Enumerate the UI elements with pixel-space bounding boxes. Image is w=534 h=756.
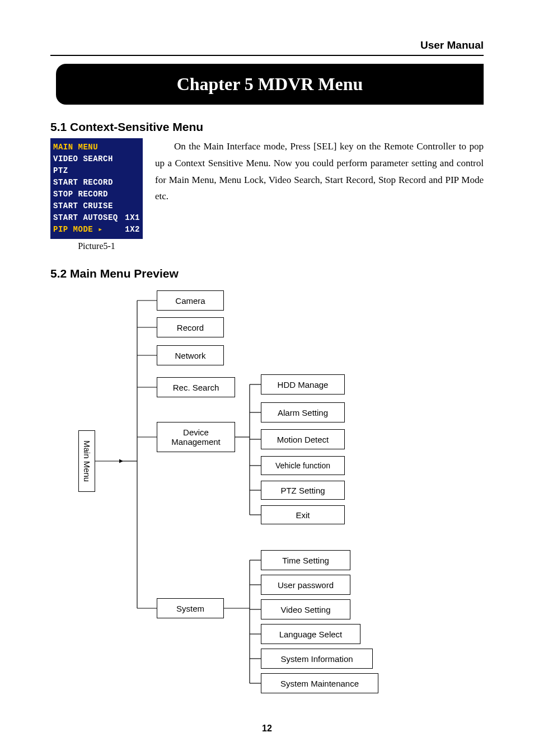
node-alarm-setting: Alarm Setting bbox=[261, 402, 345, 422]
context-menu-item: START AUTOSEQ1X1 bbox=[53, 212, 140, 224]
node-video-setting: Video Setting bbox=[261, 599, 350, 619]
context-menu-screenshot: MAIN MENUVIDEO SEARCHPTZSTART RECORDSTOP… bbox=[50, 138, 143, 239]
node-system: System bbox=[157, 598, 224, 618]
node-ptz-setting: PTZ Setting bbox=[261, 481, 345, 500]
page-number: 12 bbox=[0, 724, 534, 734]
chapter-title-banner: Chapter 5 MDVR Menu bbox=[56, 64, 484, 105]
node-user-password: User password bbox=[261, 575, 350, 595]
node-main-menu: Main Menu bbox=[78, 430, 95, 492]
section-5-2-heading: 5.2 Main Menu Preview bbox=[50, 267, 484, 280]
node-record: Record bbox=[157, 317, 224, 337]
node-rec-search: Rec. Search bbox=[157, 377, 235, 397]
context-menu-item: START CRUISE bbox=[53, 200, 140, 212]
doc-header: User Manual bbox=[50, 39, 484, 56]
node-network: Network bbox=[157, 345, 224, 365]
node-exit: Exit bbox=[261, 505, 345, 524]
context-menu-item: PTZ bbox=[53, 165, 140, 177]
node-vehicle-function: Vehicle function bbox=[261, 456, 345, 475]
section-5-1-heading: 5.1 Context-Sensitive Menu bbox=[50, 120, 484, 134]
context-menu-item: STOP RECORD bbox=[53, 189, 140, 200]
context-menu-item: START RECORD bbox=[53, 177, 140, 189]
node-device-management: Device Management bbox=[157, 422, 235, 452]
context-menu-item: VIDEO SEARCH bbox=[53, 153, 140, 165]
context-menu-item: MAIN MENU bbox=[53, 142, 140, 153]
node-time-setting: Time Setting bbox=[261, 550, 350, 570]
node-system-information: System Information bbox=[261, 649, 373, 669]
menu-tree-diagram: Main Menu Camera Record Network Rec. Sea… bbox=[50, 285, 484, 693]
node-camera: Camera bbox=[157, 290, 224, 311]
node-motion-detect: Motion Detect bbox=[261, 429, 345, 449]
node-system-maintenance: System Maintenance bbox=[261, 673, 378, 693]
figure-caption: Picture5-1 bbox=[50, 241, 143, 251]
context-menu-item: PIP MODE ▸1X2 bbox=[53, 224, 140, 236]
section-5-1-paragraph: On the Main Interface mode, Press [SEL] … bbox=[155, 138, 484, 205]
node-hdd-manage: HDD Manage bbox=[261, 374, 345, 395]
node-language-select: Language Select bbox=[261, 624, 360, 644]
